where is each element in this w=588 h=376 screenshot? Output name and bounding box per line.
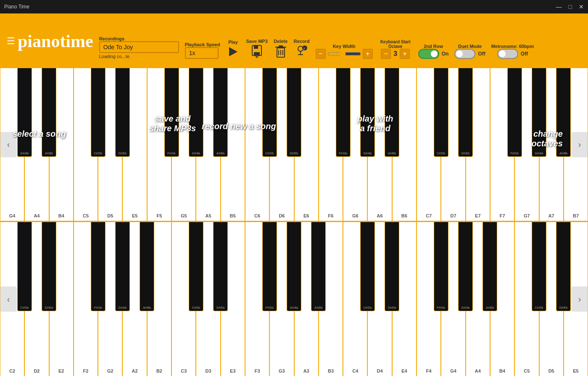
black-key-C#/Db-10[interactable]: C#/Db [262,68,277,157]
black-key-label-A#/Bb: A#/Bb [45,152,53,155]
black-key-label-D#/Eb: D#/Eb [461,152,469,155]
black-key-A#/Bb-5[interactable]: A#/Bb [140,222,154,311]
upper-right-nav-arrow[interactable]: › [571,132,588,157]
black-key-label-A#/Bb: A#/Bb [388,152,396,155]
black-key-C#/Db-7[interactable]: C#/Db [189,222,203,311]
black-key-C#/Db-0[interactable]: C#/Db [17,222,32,311]
playback-speed-select[interactable]: 0.5x 0.75x 1x 1.5x 2x [185,47,219,59]
black-key-F#/Gb-20[interactable]: F#/Gb [507,68,522,157]
black-key-C#/Db-21[interactable]: C#/Db [532,222,546,311]
white-key-label-D3: D3 [205,368,211,373]
black-key-F#/Gb-17[interactable]: F#/Gb [434,222,448,311]
minimize-button[interactable]: — [556,3,562,10]
black-key-A#/Bb-8[interactable]: A#/Bb [213,68,228,157]
black-key-label-C#/Db: C#/Db [20,306,29,309]
metronome-toggle[interactable] [497,49,518,59]
key-width-plus-button[interactable]: + [363,49,373,59]
duet-mode-toggle[interactable] [454,49,475,59]
maximize-button[interactable]: □ [569,3,572,10]
black-key-label-D#/Eb: D#/Eb [559,306,567,309]
black-key-A#/Bb-22[interactable]: A#/Bb [556,68,571,157]
record-button[interactable]: ♪ [295,44,309,59]
white-key-label-F5: F5 [157,213,162,218]
lower-piano-row: C2D2E2F2G2A2B2C3D3E3F3G3A3B3C4D4E4F4G4A4… [0,222,588,376]
save-mp3-button[interactable] [250,44,264,59]
lower-piano-keys: C2D2E2F2G2A2B2C3D3E3F3G3A3B3C4D4E4F4G4A4… [0,222,588,376]
black-key-label-F#/Gb: F#/Gb [167,152,175,155]
delete-button[interactable] [274,44,288,59]
svg-rect-3 [254,52,260,56]
white-key-label-C4: C4 [352,368,358,373]
close-button[interactable]: ✕ [579,3,584,10]
black-key-G#/Ab-14[interactable]: G#/Ab [360,68,375,157]
black-key-D#/Eb-1[interactable]: D#/Eb [42,222,56,311]
black-key-G#/Ab-11[interactable]: G#/Ab [287,222,301,311]
octave-plus-button[interactable]: + [400,49,410,59]
black-key-G#/Ab-21[interactable]: G#/Ab [532,68,546,157]
black-key-C#/Db-3[interactable]: C#/Db [91,68,105,157]
black-key-label-A#/Bb: A#/Bb [559,152,567,155]
black-key-F#/Gb-6[interactable]: F#/Gb [164,68,179,157]
white-key-label-A7: A7 [548,213,554,218]
upper-left-nav-arrow[interactable]: ‹ [0,132,17,157]
svg-point-10 [298,46,303,51]
white-key-label-A4: A4 [34,213,40,218]
duet-mode-label: Duet Mode [458,44,482,49]
title-bar-left: Piano Time [4,4,29,10]
play-button[interactable] [226,45,240,59]
black-key-G#/Ab-18[interactable]: G#/Ab [458,222,473,311]
black-key-label-A#/Bb: A#/Bb [486,306,494,309]
black-key-D#/Eb-8[interactable]: D#/Eb [213,222,228,311]
white-key-label-G4: G4 [9,213,16,218]
black-key-label-F#/Gb: F#/Gb [265,306,273,309]
delete-icon [274,45,287,58]
recordings-label: Recordings [99,36,179,41]
black-key-D#/Eb-22[interactable]: D#/Eb [556,222,571,311]
octave-value: 3 [393,50,397,58]
lower-right-nav-arrow[interactable]: › [571,286,588,312]
white-key-label-E4: E4 [401,368,407,373]
black-key-F#/Gb-3[interactable]: F#/Gb [91,222,105,311]
black-key-C#/Db-17[interactable]: C#/Db [434,68,448,157]
black-key-label-D#/Eb: D#/Eb [45,306,53,309]
black-key-G#/Ab-4[interactable]: G#/Ab [115,222,130,311]
black-key-G#/Ab-7[interactable]: G#/Ab [189,68,203,157]
black-key-A#/Bb-19[interactable]: A#/Bb [483,222,497,311]
black-key-F#/Gb-10[interactable]: F#/Gb [262,222,277,311]
save-mp3-label: Save MP3 [246,39,267,44]
white-key-label-D5: D5 [548,368,554,373]
white-key-label-A5: A5 [205,213,211,218]
black-key-A#/Bb-1[interactable]: A#/Bb [42,68,56,157]
white-key-label-G2: G2 [107,368,113,373]
save-mp3-icon [250,45,263,58]
black-key-A#/Bb-12[interactable]: A#/Bb [311,222,326,311]
svg-rect-6 [279,45,283,47]
black-key-G#/Ab-0[interactable]: G#/Ab [17,68,32,157]
metronome-label: Metronome: 60bpm [491,44,534,49]
white-key-label-C2: C2 [9,368,15,373]
key-width-minus-button[interactable]: − [316,49,326,59]
lower-left-nav-arrow[interactable]: ‹ [0,286,17,312]
black-key-F#/Gb-13[interactable]: F#/Gb [336,68,351,157]
black-key-D#/Eb-11[interactable]: D#/Eb [287,68,301,157]
octave-minus-button[interactable]: − [381,49,391,59]
hamburger-menu-button[interactable]: ☰ [7,36,15,47]
black-key-C#/Db-14[interactable]: C#/Db [360,222,375,311]
black-key-D#/Eb-18[interactable]: D#/Eb [458,68,473,157]
key-width-slider[interactable] [327,50,361,57]
recordings-select[interactable]: Ode To Joy Twinkle Twinkle Mary Had a Li… [99,41,179,53]
black-key-label-F#/Gb: F#/Gb [339,152,347,155]
title-bar-right: — □ ✕ [556,3,584,10]
white-key-label-D6: D6 [279,213,285,218]
black-key-label-D#/Eb: D#/Eb [216,306,224,309]
white-key-label-C5: C5 [83,213,89,218]
second-row-toggle[interactable] [418,49,439,59]
black-key-D#/Eb-15[interactable]: D#/Eb [385,222,399,311]
black-key-D#/Eb-4[interactable]: D#/Eb [115,68,130,157]
black-key-A#/Bb-15[interactable]: A#/Bb [385,68,399,157]
second-row-state: On [442,51,449,57]
black-key-label-F#/Gb: F#/Gb [510,152,518,155]
logo-section: ☰ pianotime [7,16,93,62]
metronome-section: Metronome: 60bpm Off [491,16,534,62]
black-key-label-C#/Db: C#/Db [363,306,372,309]
